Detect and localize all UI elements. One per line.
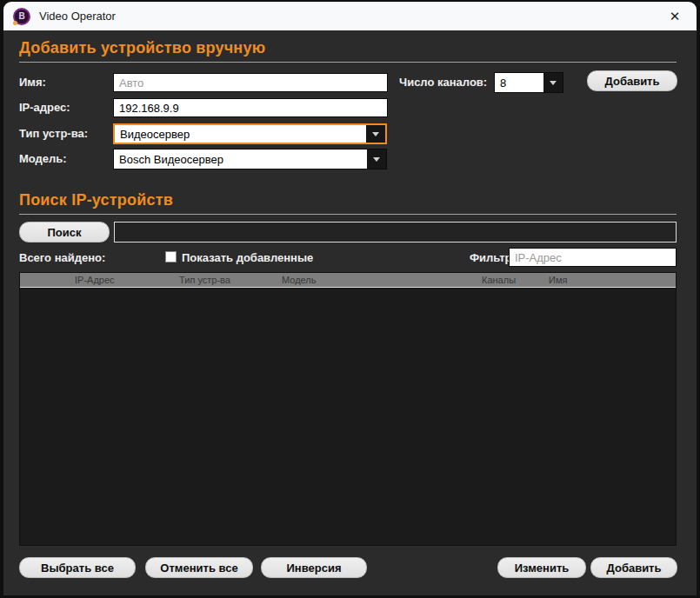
edit-button[interactable]: Изменить xyxy=(497,557,586,578)
manual-add-section-title: Добавить устройство вручную xyxy=(19,39,265,57)
screen: B Video Operator ✕ Добавить устройство в… xyxy=(0,0,700,598)
app-icon-dot xyxy=(13,21,17,25)
search-button[interactable]: Поиск xyxy=(19,222,110,243)
name-input[interactable] xyxy=(113,73,388,92)
column-header-name[interactable]: Имя xyxy=(549,273,567,288)
column-header-ip[interactable]: IP-Адрес xyxy=(75,273,115,288)
add-selected-button[interactable]: Добавить xyxy=(590,557,677,578)
search-section-title: Поиск IP-устройств xyxy=(19,191,173,209)
select-all-button[interactable]: Выбрать все xyxy=(19,557,136,578)
show-added-checkbox[interactable] xyxy=(165,251,177,262)
channels-label: Число каналов: xyxy=(399,73,487,92)
search-progress-bar xyxy=(114,222,677,243)
column-header-device-type[interactable]: Тип устр-ва xyxy=(179,273,230,288)
model-select[interactable]: Bosch Видеосервер xyxy=(113,149,387,169)
ip-input[interactable] xyxy=(113,98,388,117)
manual-add-button[interactable]: Добавить xyxy=(587,70,677,91)
device-type-label: Тип устр-ва: xyxy=(19,124,88,143)
deselect-all-button[interactable]: Отменить все xyxy=(145,557,253,578)
app-icon-letter: B xyxy=(18,12,24,21)
model-label: Модель: xyxy=(19,150,67,169)
channels-select[interactable]: 8 xyxy=(494,72,563,93)
ip-label: IP-адрес: xyxy=(19,98,70,117)
model-value: Bosch Видеосервер xyxy=(114,153,367,166)
device-table-header: IP-Адрес Тип устр-ва Модель Каналы Имя xyxy=(20,273,676,288)
titlebar: B Video Operator ✕ xyxy=(3,2,697,30)
section-divider xyxy=(19,214,677,215)
chevron-down-icon[interactable] xyxy=(367,150,386,169)
device-type-select[interactable]: Видеосервер xyxy=(113,123,387,144)
device-table: IP-Адрес Тип устр-ва Модель Каналы Имя xyxy=(19,272,677,546)
column-header-model[interactable]: Модель xyxy=(282,273,316,288)
total-found-label: Всего найдено: xyxy=(19,249,105,268)
device-table-rows xyxy=(20,289,676,545)
show-added-label: Показать добавленные xyxy=(182,249,313,268)
chevron-down-icon[interactable] xyxy=(543,73,563,92)
section-divider xyxy=(19,62,677,63)
name-label: Имя: xyxy=(19,73,46,92)
filter-input[interactable] xyxy=(509,248,677,267)
device-type-value: Видеосервер xyxy=(115,128,366,141)
close-icon[interactable]: ✕ xyxy=(663,2,687,30)
channels-value: 8 xyxy=(495,76,543,90)
chevron-down-icon[interactable] xyxy=(366,125,385,143)
invert-selection-button[interactable]: Инверсия xyxy=(261,557,367,578)
app-icon: B xyxy=(13,8,30,25)
column-header-channels[interactable]: Каналы xyxy=(482,273,516,288)
window-body: Добавить устройство вручную Имя: Число к… xyxy=(3,30,697,595)
window-title: Video Operator xyxy=(39,10,116,23)
